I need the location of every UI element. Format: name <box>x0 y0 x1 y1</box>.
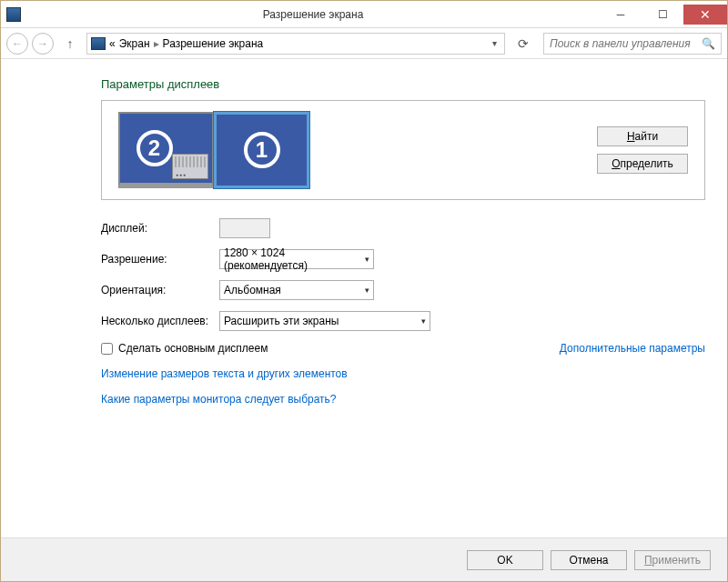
monitor-1[interactable]: 1 <box>214 112 309 188</box>
breadcrumb-item[interactable]: Разрешение экрана <box>163 37 264 50</box>
text-size-link[interactable]: Изменение размеров текста и других элеме… <box>101 367 705 380</box>
window-title: Разрешение экрана <box>26 8 600 21</box>
help-link[interactable]: Какие параметры монитора следует выбрать… <box>101 393 705 406</box>
up-button[interactable]: ↑ <box>61 35 79 53</box>
monitor-2[interactable]: 2 <box>118 112 214 188</box>
cancel-button[interactable]: Отмена <box>551 550 627 570</box>
breadcrumb-item[interactable]: Экран <box>119 37 150 50</box>
orientation-label: Ориентация: <box>101 284 219 296</box>
window-controls: ─ ☐ ✕ <box>600 5 727 25</box>
find-button[interactable]: Найти <box>597 126 688 146</box>
search-icon[interactable]: 🔍 <box>702 37 715 50</box>
chevron-down-icon: ▾ <box>365 255 369 264</box>
chevron-right-icon: ▸ <box>154 37 159 50</box>
breadcrumb-icon <box>91 37 106 50</box>
advanced-settings-link[interactable]: Дополнительные параметры <box>560 342 705 355</box>
monitor-number: 2 <box>136 130 173 166</box>
content: Параметры дисплеев 2 1 Найти Определить … <box>1 59 727 537</box>
chevron-down-icon[interactable]: ▾ <box>489 38 500 48</box>
monitor-preview: 2 1 Найти Определить <box>101 100 705 200</box>
breadcrumb[interactable]: « Экран ▸ Разрешение экрана ▾ <box>86 33 505 55</box>
maximize-button[interactable]: ☐ <box>642 5 683 25</box>
taskbar-icon <box>172 154 208 179</box>
refresh-button[interactable]: ⟳ <box>512 33 534 55</box>
titlebar: Разрешение экрана ─ ☐ ✕ <box>1 1 727 28</box>
make-primary-checkbox[interactable] <box>101 343 113 355</box>
page-heading: Параметры дисплеев <box>101 77 705 91</box>
chevron-down-icon: ▾ <box>421 316 426 326</box>
app-icon <box>6 7 21 22</box>
forward-button[interactable]: → <box>32 33 54 55</box>
footer: OK Отмена Применить <box>1 537 727 581</box>
multiple-displays-label: Несколько дисплеев: <box>101 315 219 327</box>
multiple-displays-select[interactable]: Расширить эти экраны ▾ <box>219 311 430 331</box>
ok-button[interactable]: OK <box>467 550 543 570</box>
detect-button[interactable]: Определить <box>597 154 688 174</box>
resolution-label: Разрешение: <box>101 253 219 266</box>
display-select[interactable] <box>219 218 270 238</box>
display-label: Дисплей: <box>101 222 219 235</box>
window: Разрешение экрана ─ ☐ ✕ ← → ↑ « Экран ▸ … <box>0 0 728 582</box>
minimize-button[interactable]: ─ <box>600 5 642 25</box>
chevron-down-icon: ▾ <box>365 286 369 295</box>
resolution-select[interactable]: 1280 × 1024 (рекомендуется) ▾ <box>219 249 374 269</box>
orientation-select[interactable]: Альбомная ▾ <box>219 280 374 300</box>
make-primary-label: Сделать основным дисплеем <box>118 342 268 355</box>
search-box[interactable]: 🔍 <box>543 33 722 55</box>
monitor-number: 1 <box>244 132 280 168</box>
breadcrumb-prefix: « <box>109 37 116 50</box>
close-button[interactable]: ✕ <box>683 5 727 25</box>
navbar: ← → ↑ « Экран ▸ Разрешение экрана ▾ ⟳ 🔍 <box>1 28 727 59</box>
form: Дисплей: Разрешение: 1280 × 1024 (рекоме… <box>101 218 705 406</box>
search-input[interactable] <box>550 37 702 50</box>
back-button[interactable]: ← <box>6 33 28 55</box>
apply-button[interactable]: Применить <box>634 550 711 570</box>
